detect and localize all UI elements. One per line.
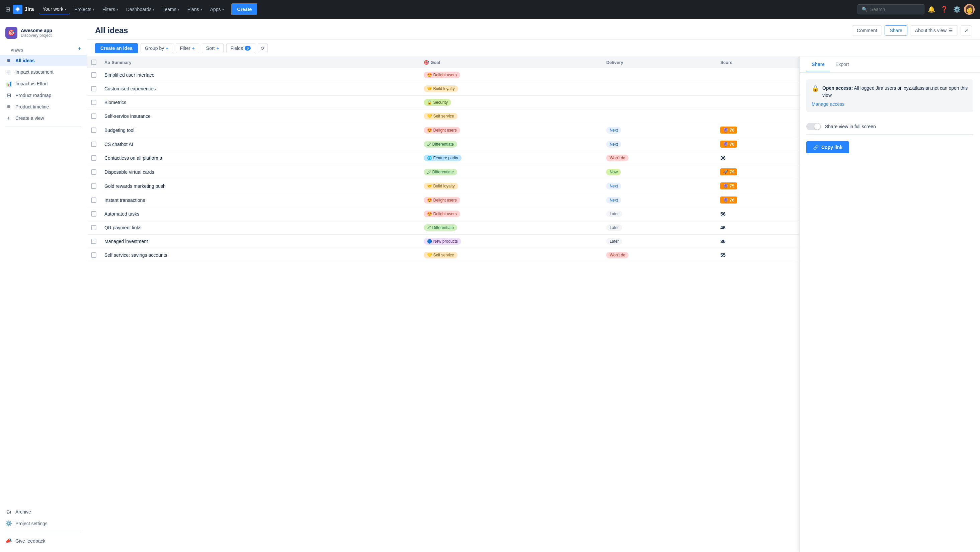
select-all-checkbox[interactable] [91,60,96,65]
copy-link-button[interactable]: 🔗 Copy link [806,141,849,153]
sidebar-item-give-feedback[interactable]: 📣 Give feedback [0,535,87,547]
comment-button[interactable]: Comment [852,25,882,35]
score-cell: 46 [716,221,808,235]
sidebar-item-impact-assessment[interactable]: ≡ Impact assesment [0,66,87,78]
summary-cell[interactable]: Automated tasks [100,207,420,221]
sidebar-item-all-ideas[interactable]: ≡ All ideas [0,55,87,66]
score-cell [716,96,808,110]
settings-icon[interactable]: ⚙️ [951,4,963,15]
search-bar[interactable]: 🔍 [858,4,924,14]
summary-cell[interactable]: Self service: savings accounts [100,248,420,262]
score-cell [716,110,808,123]
share-button[interactable]: Share [885,25,907,35]
refresh-button[interactable]: ⟳ [258,43,268,53]
row-checkbox[interactable] [91,72,96,78]
grid-icon[interactable]: ⊞ [5,6,10,13]
sidebar-item-archive[interactable]: 🗂 Archive [0,506,87,517]
summary-cell[interactable]: Gold rewards marketing push [100,179,420,193]
delivery-cell [602,82,716,96]
summary-cell[interactable]: Contactless on all platforms [100,151,420,165]
fields-button[interactable]: Fields 6 [226,43,255,53]
row-checkbox[interactable] [91,183,96,189]
summary-cell[interactable]: Managed investment [100,235,420,248]
help-icon[interactable]: ❓ [939,4,950,15]
row-checkbox[interactable] [91,127,96,133]
expand-button[interactable]: ⤢ [961,25,972,35]
row-checkbox[interactable] [91,142,96,147]
sidebar-item-create-view[interactable]: + Create a view [0,113,87,124]
nav-teams[interactable]: Teams ▾ [159,5,182,14]
project-icon: 🎯 [5,27,18,39]
row-checkbox[interactable] [91,239,96,244]
manage-access-link[interactable]: Manage access [811,102,968,107]
row-checkbox[interactable] [91,100,96,105]
goal-cell: 🔵 New products [420,235,602,248]
goal-cell: 😍 Delight users [420,207,602,221]
share-tab-export[interactable]: Export [830,57,854,72]
summary-cell[interactable]: CS chatbot AI [100,137,420,151]
access-card: 🔒 Open access: All logged Jira users on … [806,80,973,112]
summary-cell[interactable]: Disposable virtual cards [100,165,420,179]
archive-icon: 🗂 [5,509,12,515]
logo-text: Jira [24,6,34,13]
sidebar-item-product-timeline[interactable]: ≡ Product timeline [0,101,87,113]
nav-dashboards[interactable]: Dashboards ▾ [123,5,158,14]
nav-your-work[interactable]: Your work ▾ [39,4,70,14]
sort-button[interactable]: Sort + [202,43,224,53]
sidebar-item-project-settings[interactable]: ⚙️ Project settings [0,517,87,529]
user-avatar[interactable]: 👩 [964,4,975,15]
group-by-button[interactable]: Group by + [141,43,173,53]
top-navigation: ⊞ Jira Your work ▾ Projects ▾ Filters ▾ … [0,0,980,19]
row-checkbox[interactable] [91,252,96,258]
summary-cell[interactable]: QR payment links [100,221,420,235]
content-area: Aα Summary 🎯 Goal [87,57,980,552]
toggle-thumb [815,124,820,130]
nav-projects[interactable]: Projects ▾ [71,5,98,14]
col-header-delivery: Delivery [602,57,716,68]
add-view-icon[interactable]: + [78,46,81,52]
nav-apps[interactable]: Apps ▾ [207,5,227,14]
search-input[interactable] [870,7,917,12]
sidebar-item-impact-vs-effort[interactable]: 📊 Impact vs Effort [0,78,87,89]
delivery-cell: Won't do [602,248,716,262]
share-panel: Share Export 🔒 Open access: All logged J… [799,57,980,552]
summary-cell[interactable]: Budgeting tool [100,123,420,137]
summary-cell[interactable]: Instant transactions [100,193,420,207]
plus-icon: + [5,115,12,121]
notifications-icon[interactable]: 🔔 [926,4,937,15]
delivery-cell: Next [602,137,716,151]
create-button[interactable]: Create [231,3,258,15]
row-checkbox[interactable] [91,113,96,119]
delivery-cell [602,110,716,123]
nav-plans[interactable]: Plans ▾ [184,5,205,14]
chart-icon: 📊 [5,80,12,87]
list-icon: ≡ [5,57,12,64]
filter-button[interactable]: Filter + [176,43,199,53]
row-checkbox[interactable] [91,169,96,175]
delivery-cell: Next [602,193,716,207]
share-tab-share[interactable]: Share [806,57,830,72]
project-header[interactable]: 🎯 Awesome app Discovery project [0,24,87,44]
goal-cell: 💛 Self service [420,110,602,123]
nav-filters[interactable]: Filters ▾ [99,5,121,14]
row-checkbox[interactable] [91,197,96,203]
page-actions: Comment Share About this view ☰ ⤢ [852,25,972,35]
summary-cell[interactable]: Self-service insurance [100,110,420,123]
score-cell: 36 [716,235,808,248]
row-checkbox[interactable] [91,211,96,216]
delivery-cell: Later [602,221,716,235]
about-this-view-button[interactable]: About this view ☰ [910,25,958,35]
col-header-summary: Aα Summary [100,57,420,68]
row-checkbox[interactable] [91,225,96,230]
row-checkbox[interactable] [91,155,96,161]
logo[interactable]: Jira [13,5,34,14]
page-title: All ideas [95,26,128,35]
sidebar-item-product-roadmap[interactable]: ⊞ Product roadmap [0,89,87,101]
summary-cell[interactable]: Customised experiences [100,82,420,96]
create-idea-button[interactable]: Create an idea [95,43,138,53]
summary-cell[interactable]: Simplified user interface [100,68,420,82]
summary-cell[interactable]: Biometrics [100,96,420,110]
row-checkbox[interactable] [91,86,96,91]
fullscreen-toggle[interactable] [806,123,821,130]
plus-icon: + [165,46,169,51]
